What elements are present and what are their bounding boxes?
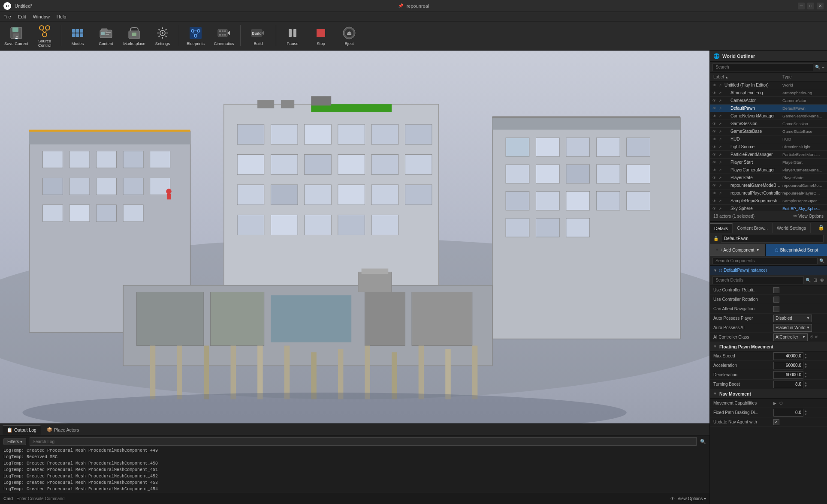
row-type: DefaultPawn (782, 106, 825, 111)
settings-button[interactable]: Settings (149, 23, 176, 48)
outliner-row[interactable]: 👁 ↗ HUD HUD (710, 135, 827, 143)
tab-details[interactable]: Details (710, 223, 733, 233)
outliner-row[interactable]: 👁 ↗ PlayerCameraManager PlayerCameraMana… (710, 166, 827, 174)
ai-controller-close-icon[interactable]: ✕ (815, 335, 818, 339)
outliner-row[interactable]: 👁 ↗ ParticleEventManager ParticleEventMa… (710, 151, 827, 159)
minimize-button[interactable]: ─ (798, 3, 805, 9)
outliner-row[interactable]: 👁 ↗ Atmospheric Fog AtmosphericFog (710, 89, 827, 97)
outliner-add-icon: + (822, 65, 824, 70)
outliner-row[interactable]: 👁 ↗ repounrealPlayerController repounrea… (710, 189, 827, 197)
outliner-row[interactable]: 👁 ↗ Player Start PlayerStart (710, 159, 827, 166)
search-details-input[interactable] (712, 276, 804, 284)
outliner-row[interactable]: 👁 ↗ SampleRepoSupermeshActor SampleRepoS… (710, 197, 827, 205)
eye-icon-details[interactable]: 👁 (820, 278, 824, 283)
stop-button[interactable]: Stop (307, 23, 335, 48)
marketplace-button[interactable]: Marketplace (121, 23, 148, 48)
input-deceleration[interactable] (773, 371, 803, 379)
pause-button[interactable]: Pause (279, 23, 306, 48)
menu-help[interactable]: Help (57, 14, 66, 19)
row-arrow-icon: ↗ (718, 168, 723, 173)
outliner-row[interactable]: 👁 ↗ PlayerState PlayerState (710, 174, 827, 182)
maximize-button[interactable]: □ (807, 3, 814, 9)
actor-name-input[interactable] (721, 235, 824, 243)
outliner-row[interactable]: 👁 ↗ GameStateBase GameStateBase (710, 128, 827, 135)
log-line: LogTemp: Created Procedural Mesh Procedu… (3, 460, 706, 467)
outliner-row[interactable]: 👁 ↗ Sky Sphere Edit BP_Sky_Sphe... (710, 205, 827, 211)
section-nav-movement[interactable]: Nav Movement (710, 389, 827, 399)
svg-rect-84 (371, 185, 398, 205)
max-speed-down[interactable]: ▼ (804, 356, 807, 359)
outliner-search-input[interactable] (712, 63, 813, 71)
input-acceleration[interactable] (773, 362, 803, 369)
outliner-row[interactable]: 👁 ↗ DefaultPawn DefaultPawn (710, 105, 827, 112)
viewport-3d[interactable]: Play in Editor (0, 51, 709, 423)
eye-icon-cmd: 👁 (670, 496, 675, 501)
outliner-header: 🌐 World Outliner (710, 51, 827, 62)
turning-up[interactable]: ▲ (804, 381, 807, 384)
tab-output-log[interactable]: 📋 Output Log (3, 425, 41, 435)
svg-rect-59 (97, 178, 117, 195)
add-component-button[interactable]: + + Add Component ▼ (710, 244, 766, 256)
dropdown-auto-possess-ai[interactable]: Placed in World ▼ (773, 324, 812, 332)
checkbox-can[interactable] (773, 306, 779, 312)
input-fixed-path[interactable] (773, 409, 803, 417)
menu-edit[interactable]: Edit (18, 14, 26, 19)
outliner-row[interactable]: 👁 ↗ GameSession GameSession (710, 120, 827, 128)
world-outliner: 🌐 World Outliner 🔍 + Label ▲ Type 👁 ↗ (710, 51, 827, 222)
outliner-row[interactable]: 👁 ↗ Untitled (Play In Editor) World (710, 81, 827, 89)
outliner-row[interactable]: 👁 ↗ repounrealGameModeBase repounrealGam… (710, 182, 827, 189)
view-options-label[interactable]: View Options ▾ (677, 496, 706, 501)
source-control-button[interactable]: Source Control (31, 23, 58, 48)
menu-window[interactable]: Window (33, 14, 50, 19)
outliner-row[interactable]: 👁 ↗ Light Source DirectionalLight (710, 143, 827, 151)
cinematics-button[interactable]: Cinematics (210, 23, 238, 48)
view-options-area: 👁 View Options ▾ (670, 496, 706, 501)
blueprints-button[interactable]: Blueprints (182, 23, 209, 48)
outliner-row[interactable]: 👁 ↗ GameNetworkManager GameNetworkMana..… (710, 112, 827, 120)
blueprint-script-button[interactable]: ⬡ Blueprint/Add Script (766, 244, 827, 256)
checkbox-una[interactable]: ✓ (773, 419, 779, 425)
menu-file[interactable]: File (3, 14, 11, 19)
checkbox-ucr[interactable] (773, 287, 779, 293)
input-turning-boost[interactable] (773, 381, 803, 388)
turning-down[interactable]: ▼ (804, 384, 807, 387)
ai-controller-reset-icon[interactable]: ↺ (809, 335, 813, 339)
row-eye-icon: 👁 (712, 137, 717, 142)
grid-view-icon[interactable]: ⊞ (813, 277, 817, 283)
tab-place-actors[interactable]: 📦 Place Actors (42, 425, 83, 435)
svg-rect-93 (506, 138, 529, 156)
move-cap-expand[interactable]: ▶ (773, 401, 776, 405)
outliner-row[interactable]: 👁 ↗ CameraActor CameraActor (710, 97, 827, 105)
outliner-view-options-button[interactable]: 👁 View Options (793, 214, 824, 219)
dropdown-auto-possess-player[interactable]: Disabled ▼ (773, 315, 812, 322)
build-button[interactable]: Build Build (243, 23, 273, 48)
log-search-input[interactable] (30, 437, 697, 446)
lock-icon[interactable]: 🔒 (818, 225, 824, 231)
save-current-button[interactable]: , 💾 Save Current (3, 23, 30, 48)
fpb-up[interactable]: ▲ (804, 409, 807, 412)
accel-down[interactable]: ▼ (804, 366, 807, 369)
modes-button[interactable]: Modes (64, 23, 91, 48)
content-button[interactable]: Content (92, 23, 120, 48)
actors-count: 18 actors (1 selected) (713, 214, 755, 219)
max-speed-up[interactable]: ▲ (804, 353, 807, 356)
input-max-speed[interactable] (773, 352, 803, 360)
row-arrow-icon: ↗ (718, 98, 723, 103)
svg-rect-87 (271, 215, 298, 235)
tab-world-settings[interactable]: World Settings (773, 223, 811, 233)
decel-up[interactable]: ▲ (804, 372, 807, 375)
section-floating-pawn[interactable]: Floating Pawn Movement (710, 342, 827, 351)
tab-content-browser[interactable]: Content Brow... (733, 223, 773, 233)
accel-up[interactable]: ▲ (804, 362, 807, 365)
eject-button[interactable]: ⏏ Eject (335, 23, 363, 48)
close-button[interactable]: ✕ (817, 3, 824, 9)
checkbox-ucrot[interactable] (773, 297, 779, 303)
decel-down[interactable]: ▼ (804, 375, 807, 378)
dropdown-ai-controller[interactable]: AIController ▼ (773, 333, 808, 341)
cmd-input[interactable] (16, 496, 667, 501)
component-tree-item[interactable]: ▼ ⬡ DefaultPawn(Instance) (710, 266, 827, 275)
fpb-down[interactable]: ▼ (804, 413, 807, 416)
search-components-input[interactable] (712, 258, 818, 264)
log-filter-button[interactable]: Filters ▾ (3, 438, 26, 445)
log-line: LogTemp: Created Procedural Mesh Procedu… (3, 467, 706, 473)
